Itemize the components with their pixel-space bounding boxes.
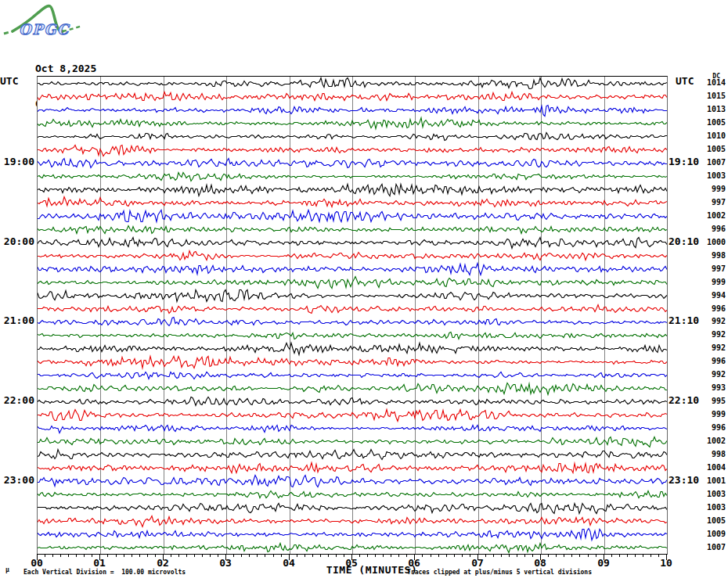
- x-minor-tick: [147, 554, 148, 557]
- utc-left-header: UTC: [0, 75, 27, 87]
- x-minor-tick: [132, 554, 132, 557]
- x-minor-tick: [257, 554, 258, 557]
- x-tick-label: 09: [592, 557, 615, 569]
- hour-label-left: 21:00: [0, 315, 34, 326]
- x-minor-tick: [84, 554, 85, 557]
- helicorder-plot-area: [37, 76, 668, 555]
- opgc-logo: OPGC: [2, 2, 88, 39]
- dc-offset-value: 997: [684, 264, 726, 273]
- x-minor-tick: [493, 554, 494, 557]
- dc-offset-value: 992: [684, 370, 726, 379]
- micro-scale-glyph: µ: [5, 566, 9, 573]
- hour-label-left: 23:00: [0, 475, 34, 486]
- hour-label-left: 20:00: [0, 236, 34, 247]
- x-minor-tick: [202, 554, 203, 557]
- x-minor-tick: [462, 554, 463, 557]
- dc-offset-value: 996: [684, 225, 726, 233]
- x-tick-label: 03: [214, 557, 237, 569]
- x-minor-tick: [564, 554, 564, 557]
- x-tick-label: 08: [528, 557, 552, 569]
- x-minor-tick: [178, 554, 179, 557]
- dc-offset-value: 998: [684, 450, 726, 458]
- x-minor-tick: [375, 554, 376, 557]
- x-minor-tick: [328, 554, 329, 557]
- dc-offset-value: 1004: [684, 463, 726, 472]
- helicorder-page: { "header": { "logo": "OPGC", "date": "O…: [0, 0, 728, 582]
- dc-offset-value: 1005: [684, 118, 726, 127]
- clip-note: Traces clipped at plus/minus 5 vertical …: [407, 569, 592, 576]
- x-minor-tick: [579, 554, 580, 557]
- x-minor-tick: [517, 554, 517, 557]
- dc-offset-value: 996: [684, 423, 726, 432]
- logo-text: OPGC: [19, 21, 70, 38]
- dc-offset-value: 1005: [684, 516, 726, 525]
- dc-offset-value: 993: [684, 383, 726, 392]
- x-tick-label: 07: [466, 557, 489, 569]
- dc-offset-value: 996: [684, 357, 726, 365]
- dc-offset-value: 1014: [684, 78, 726, 87]
- dc-offset-value: 1000: [684, 238, 726, 246]
- dc-offset-value: 1005: [684, 145, 726, 153]
- x-minor-tick: [501, 554, 502, 557]
- dc-offset-value: 1001: [684, 476, 726, 485]
- dc-offset-value: 1013: [684, 105, 726, 113]
- x-minor-tick: [383, 554, 384, 557]
- x-minor-tick: [635, 554, 636, 557]
- dc-offset-value: 992: [684, 317, 726, 325]
- dc-offset-value: 1015: [684, 92, 726, 100]
- x-minor-tick: [627, 554, 628, 557]
- x-minor-tick: [509, 554, 510, 557]
- x-minor-tick: [588, 554, 589, 557]
- x-minor-tick: [336, 554, 337, 557]
- x-minor-tick: [139, 554, 140, 557]
- x-minor-tick: [438, 554, 439, 557]
- dc-offset-value: 994: [684, 291, 726, 300]
- dc-offset-value: 1002: [684, 436, 726, 445]
- dc-offset-value: 997: [684, 198, 726, 207]
- x-minor-tick: [651, 554, 651, 557]
- x-minor-tick: [391, 554, 391, 557]
- vertical-scale-note: Each Vertical Division = 100.00 microvol…: [23, 569, 186, 576]
- x-minor-tick: [454, 554, 455, 557]
- x-minor-tick: [273, 554, 274, 557]
- seismic-traces-canvas: [38, 77, 667, 554]
- x-minor-tick: [431, 554, 431, 557]
- dc-offset-value: 1003: [684, 490, 726, 498]
- x-minor-tick: [367, 554, 368, 557]
- dc-offset-value: 992: [684, 343, 726, 352]
- dc-offset-value: 996: [684, 304, 726, 313]
- dc-offset-value: 1009: [684, 530, 726, 538]
- x-minor-tick: [524, 554, 525, 557]
- dc-offset-value: 995: [684, 397, 726, 405]
- dc-offset-value: 1003: [684, 503, 726, 512]
- x-minor-tick: [194, 554, 195, 557]
- x-minor-tick: [265, 554, 265, 557]
- x-minor-tick: [52, 554, 53, 557]
- hour-label-left: 19:00: [0, 156, 34, 167]
- x-minor-tick: [556, 554, 557, 557]
- dc-offset-value: 992: [684, 330, 726, 339]
- x-minor-tick: [60, 554, 61, 557]
- x-minor-tick: [249, 554, 250, 557]
- dc-offset-value: 1010: [684, 131, 726, 140]
- x-minor-tick: [312, 554, 313, 557]
- x-tick-label: 10: [654, 557, 678, 569]
- x-tick-label: 01: [88, 557, 111, 569]
- x-minor-tick: [241, 554, 242, 557]
- x-minor-tick: [320, 554, 321, 557]
- dc-offset-value: 999: [684, 410, 726, 419]
- dc-offset-value: 1007: [684, 543, 726, 551]
- x-minor-tick: [116, 554, 117, 557]
- dc-offset-value: 1003: [684, 171, 726, 180]
- x-minor-tick: [398, 554, 399, 557]
- x-minor-tick: [76, 554, 77, 557]
- x-minor-tick: [186, 554, 187, 557]
- x-minor-tick: [643, 554, 643, 557]
- x-minor-tick: [446, 554, 447, 557]
- x-minor-tick: [210, 554, 211, 557]
- date-label: Oct 8,2025: [35, 63, 139, 74]
- dc-offset-value: 1007: [684, 158, 726, 167]
- x-minor-tick: [571, 554, 572, 557]
- hour-label-left: 22:00: [0, 395, 34, 406]
- x-tick-label: 02: [151, 557, 175, 569]
